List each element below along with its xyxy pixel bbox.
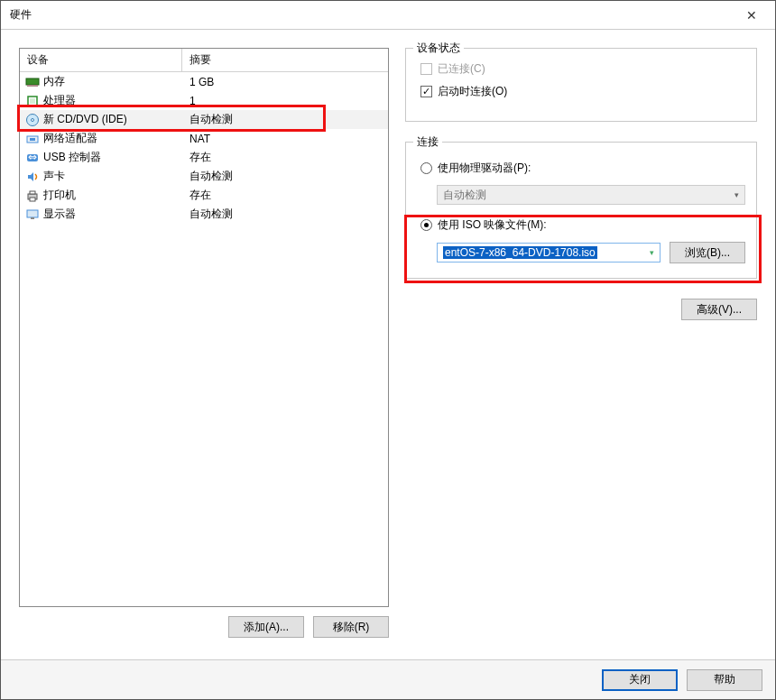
chevron-down-icon: ▾ [734,190,739,199]
device-summary: 存在 [182,150,388,165]
chevron-down-icon: ▾ [650,248,654,257]
left-button-row: 添加(A)... 移除(R) [19,616,389,638]
checkbox-icon [420,63,432,75]
cpu-icon [25,94,40,108]
device-name: 网络适配器 [43,131,97,146]
connected-label: 已连接(C) [438,61,485,77]
device-summary: NAT [182,133,388,145]
device-summary: 自动检测 [182,169,388,184]
device-status-legend: 设备状态 [413,41,464,56]
device-row-cddvd[interactable]: 新 CD/DVD (IDE) 自动检测 [20,110,388,129]
radio-icon [420,162,432,174]
network-icon [25,132,40,146]
device-list[interactable]: 设备 摘要 内存 1 GB 处理器 1 新 CD/DVD (IDE) 自动检测 [19,48,389,607]
device-name: USB 控制器 [43,150,101,165]
iso-file-select[interactable]: entOS-7-x86_64-DVD-1708.iso ▾ [437,243,661,262]
memory-icon [25,75,40,89]
titlebar: 硬件 ✕ [1,1,775,30]
add-button[interactable]: 添加(A)... [228,616,304,638]
connection-group: 连接 使用物理驱动器(P): 自动检测 ▾ [405,142,757,279]
device-name: 处理器 [43,93,76,108]
disc-icon [25,113,40,127]
use-physical-radio-row[interactable]: 使用物理驱动器(P): [420,161,745,176]
radio-icon [420,219,432,231]
physical-drive-value: 自动检测 [443,188,486,203]
device-row-cpu[interactable]: 处理器 1 [20,91,388,110]
device-row-sound[interactable]: 声卡 自动检测 [20,167,388,186]
device-name: 显示器 [43,207,76,222]
remove-button[interactable]: 移除(R) [313,616,389,638]
svg-rect-7 [30,138,35,141]
svg-text:⇔: ⇔ [28,151,37,163]
browse-button[interactable]: 浏览(B)... [670,242,745,263]
header-device[interactable]: 设备 [20,49,182,71]
device-summary: 自动检测 [182,207,388,222]
svg-rect-14 [31,217,34,219]
advanced-button[interactable]: 高级(V)... [681,299,757,320]
svg-rect-12 [30,198,35,201]
device-summary: 自动检测 [182,112,388,127]
device-summary: 1 [182,95,388,107]
footer: 关闭 帮助 [1,659,775,699]
poweron-label: 启动时连接(O) [438,84,507,99]
svg-rect-3 [30,98,35,104]
device-row-monitor[interactable]: 显示器 自动检测 [20,205,388,224]
connection-legend: 连接 [413,134,442,150]
svg-rect-13 [27,210,38,217]
device-summary: 1 GB [182,76,388,88]
device-name: 声卡 [43,169,65,184]
advanced-row: 高级(V)... [405,299,757,320]
svg-point-5 [32,118,34,121]
connect-on-poweron-row[interactable]: ✓ 启动时连接(O) [420,84,745,99]
window-title: 硬件 [10,7,734,23]
hardware-dialog: 硬件 ✕ 设备 摘要 内存 1 GB 处 [0,0,776,700]
physical-drive-select[interactable]: 自动检测 ▾ [437,185,745,205]
close-button[interactable]: 关闭 [602,669,678,691]
svg-rect-1 [27,85,38,87]
content-area: 设备 摘要 内存 1 GB 处理器 1 新 CD/DVD (IDE) 自动检测 [1,30,775,656]
checkbox-icon: ✓ [420,86,432,97]
close-icon[interactable]: ✕ [734,3,770,28]
sound-icon [25,170,40,184]
device-status-group: 设备状态 已连接(C) ✓ 启动时连接(O) [405,48,757,122]
header-summary[interactable]: 摘要 [182,49,388,71]
connected-checkbox-row[interactable]: 已连接(C) [420,61,745,77]
device-name: 新 CD/DVD (IDE) [43,112,127,127]
left-column: 设备 摘要 内存 1 GB 处理器 1 新 CD/DVD (IDE) 自动检测 [19,48,389,638]
use-iso-label: 使用 ISO 映像文件(M): [438,217,547,233]
usb-icon: ⇔ [25,151,40,165]
device-row-usb[interactable]: ⇔USB 控制器 存在 [20,148,388,167]
svg-rect-11 [30,191,35,194]
iso-file-value: entOS-7-x86_64-DVD-1708.iso [443,246,597,259]
use-iso-radio-row[interactable]: 使用 ISO 映像文件(M): [420,217,745,233]
device-row-network[interactable]: 网络适配器 NAT [20,129,388,148]
device-row-printer[interactable]: 打印机 存在 [20,186,388,205]
monitor-icon [25,207,40,222]
device-summary: 存在 [182,188,388,203]
device-name: 打印机 [43,188,76,203]
device-name: 内存 [43,74,65,89]
svg-rect-0 [26,78,39,85]
iso-file-row: entOS-7-x86_64-DVD-1708.iso ▾ 浏览(B)... [437,242,745,263]
device-list-header: 设备 摘要 [20,49,388,72]
use-physical-label: 使用物理驱动器(P): [438,161,531,176]
printer-icon [25,189,40,203]
device-row-memory[interactable]: 内存 1 GB [20,72,388,91]
right-column: 设备状态 已连接(C) ✓ 启动时连接(O) 连接 使用物理驱动器(P): [405,48,757,638]
help-button[interactable]: 帮助 [687,669,762,691]
